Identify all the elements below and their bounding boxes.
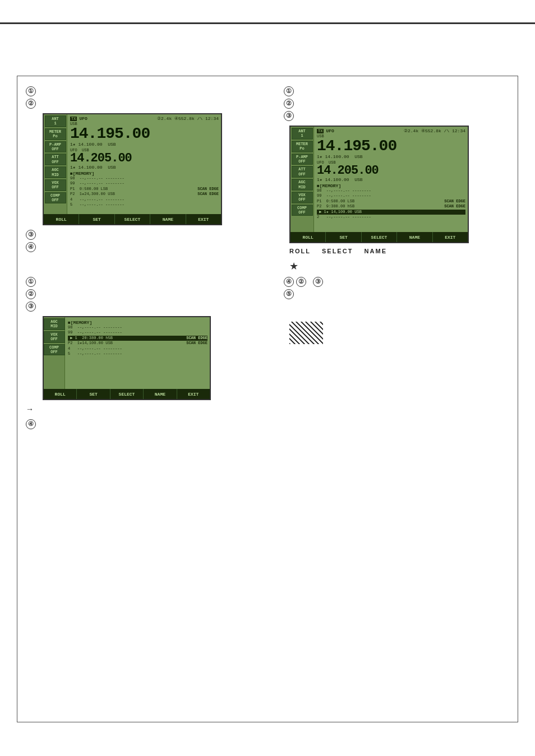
- spacer-left: [26, 254, 261, 277]
- lcd2-btn-select[interactable]: SELECT: [110, 389, 144, 399]
- lcd1-ant: ANT1: [45, 115, 66, 127]
- lcd2-ch-p1: ▶ 1 20:380.00 h5BSCAN EDGE: [68, 336, 207, 341]
- lcd3-ant: ANT1: [292, 128, 313, 140]
- arrow-icon: →: [26, 405, 34, 414]
- lcd-screen-2: AGCMID VOXOFF COMPOFF ■[MEMORY] 98 --,--…: [43, 316, 211, 400]
- lcd2-sidebar: AGCMID VOXOFF COMPOFF: [44, 317, 65, 399]
- lower-item-4: ④: [26, 419, 261, 429]
- outer-box: ① ② ANT1 METERPo P-AMPOFF ATTOFF AGCMID …: [17, 76, 518, 722]
- page-content: ① ② ANT1 METERPo P-AMPOFF ATTOFF AGCMID …: [17, 31, 518, 739]
- star-symbol: ★: [289, 261, 298, 272]
- roll-label: ROLL SELECT NAME: [289, 248, 387, 254]
- lcd2-channels: 98 --,----.-- -------- 99 --,----.-- ---…: [68, 325, 207, 357]
- lcd2-btn-exit[interactable]: EXIT: [177, 389, 210, 399]
- lcd1-memory: ■[MEMORY]: [70, 171, 219, 176]
- lcd1-ch-5: 5 --,----.-- --------: [70, 202, 219, 207]
- lcd3-btn-exit[interactable]: EXIT: [433, 232, 468, 242]
- lcd1-ch-p1: P1 0:500.00 LSBSCAN EDGE: [70, 187, 219, 192]
- lcd1-btn-exit[interactable]: EXIT: [186, 214, 221, 224]
- lcd3-ch-1: ▶ 1★ 14,100.00 USB: [317, 210, 465, 215]
- lcd3-ch-99: 99 --,----.-- --------: [317, 193, 465, 198]
- lower-circle-4: ④: [26, 419, 36, 429]
- lcd1-agc: AGCMID: [45, 166, 66, 178]
- lcd2-comp: COMPOFF: [44, 344, 65, 356]
- lower-circle-1: ①: [26, 277, 36, 287]
- lcd3-tx: TX: [317, 129, 324, 133]
- lcd1-comp: COMPOFF: [45, 192, 66, 204]
- lcd1-ch-4: 4 --,----.-- --------: [70, 197, 219, 202]
- lcd3-btn-name[interactable]: NAME: [397, 232, 432, 242]
- right-column: ① ② ③ ANT1 METERPo P-AMPOFF ATTOF: [284, 82, 519, 346]
- lcd1-vox: VOXOFF: [45, 179, 66, 191]
- right-item-1: ①: [284, 86, 519, 96]
- lcd-screen-1: ANT1 METERPo P-AMPOFF ATTOFF AGCMID VOXO…: [43, 113, 222, 225]
- lcd2-ch-5: 5 --,----.-- --------: [68, 351, 207, 356]
- lcd1-btn-name[interactable]: NAME: [150, 214, 186, 224]
- lcd3-comp: COMPOFF: [292, 205, 313, 216]
- lower-circle-2: ②: [26, 289, 36, 299]
- right-circle-4b: ②: [296, 277, 308, 287]
- hatched-area: [289, 322, 323, 344]
- circle-1: ①: [26, 86, 36, 96]
- right-item-2: ②: [284, 99, 519, 109]
- lcd3-sidebar: ANT1 METERPo P-AMPOFF ATTOFF AGCMID VOXO…: [290, 127, 314, 242]
- circle-3-left: ③: [26, 230, 36, 240]
- left-column: ① ② ANT1 METERPo P-AMPOFF ATTOFF AGCMID …: [26, 82, 261, 432]
- lcd1-meter: METERPo: [45, 128, 66, 140]
- lcd2-ch-99: 99 --,----.-- --------: [68, 330, 207, 335]
- lcd3-freq-sub: 14.205.00: [317, 165, 465, 177]
- lcd3-btn-select[interactable]: SELECT: [362, 232, 397, 242]
- right-circle-2: ②: [284, 99, 294, 109]
- lcd3-bottom-bar: ROLL SET SELECT NAME EXIT: [290, 232, 468, 242]
- lower-item-1: ①: [26, 277, 261, 287]
- lcd2-btn-name[interactable]: NAME: [144, 389, 177, 399]
- lcd2-memory: ■[MEMORY]: [68, 320, 207, 325]
- left-item-4: ④: [26, 242, 261, 252]
- arrow-note: →: [26, 405, 261, 414]
- lcd3-ch-p2: P2 9:380.00 h5BSCAN EDGE: [317, 204, 465, 209]
- right-circle-3: ③: [284, 111, 294, 121]
- lcd1-freq-main: 14.195.00: [70, 126, 219, 142]
- lcd3-sub-ref2: 1★ 14.100.00 USB: [317, 177, 465, 182]
- right-circle-5: ⑤: [284, 289, 294, 299]
- lcd1-att: ATTOFF: [45, 154, 66, 165]
- lcd1-sidebar: ANT1 METERPo P-AMPOFF ATTOFF AGCMID VOXO…: [44, 114, 67, 224]
- lcd2-ch-p2: P2 1★14,100.00 USBSCAN EDGE: [68, 341, 207, 346]
- lcd2-btn-roll[interactable]: ROLL: [44, 389, 77, 399]
- right-item-3: ③: [284, 111, 519, 121]
- right-circle-4c: ③: [313, 277, 325, 287]
- lcd3-btn-set[interactable]: SET: [326, 232, 361, 242]
- lcd1-btn-roll[interactable]: ROLL: [44, 214, 79, 224]
- lcd2-btn-set[interactable]: SET: [77, 389, 110, 399]
- lcd3-ch-2: 2 --,----.-- --------: [317, 215, 465, 220]
- lcd3-channels: 98 --,----.-- -------- 99 --,----.-- ---…: [317, 188, 465, 220]
- circle-4-left: ④: [26, 242, 36, 252]
- lcd1-channels: 98 --,----.-- -------- 99 --,----.-- ---…: [70, 176, 219, 208]
- lcd-screen-3: ANT1 METERPo P-AMPOFF ATTOFF AGCMID VOXO…: [289, 126, 469, 243]
- lcd3-main: TX UFO ②2.4k ④552.8k /\ 12:34 USB 14.195…: [315, 127, 468, 242]
- star-note: ★: [289, 260, 519, 272]
- lcd1-pamp: P-AMPOFF: [45, 141, 66, 153]
- lcd1-btn-select[interactable]: SELECT: [115, 214, 150, 224]
- right-item-4: ④ ② ③: [284, 277, 519, 287]
- lcd3-vfo: UFO: [326, 128, 334, 133]
- lcd3-meter: METERPo: [292, 141, 313, 152]
- lcd1-vfo: UFO: [79, 116, 87, 121]
- lcd1-sub-ref1: 1★ 14.100.00 USB: [70, 142, 219, 147]
- lcd2-agc: AGCMID: [44, 318, 65, 330]
- lcd1-freq-sub: 14.205.00: [70, 152, 219, 165]
- hatched-area-container: [289, 316, 519, 346]
- lcd1-main: TX UFO ②2.4k ④552.8k /\ 12:34 USB 14.195…: [68, 114, 221, 224]
- lcd2-ch-4: 4 --,----.-- --------: [68, 346, 207, 351]
- lcd1-indicators: ②2.4k ④552.8k /\ 12:34: [157, 116, 219, 121]
- top-divider: [0, 22, 535, 24]
- left-item-2: ②: [26, 99, 261, 109]
- lcd1-btn-set[interactable]: SET: [79, 214, 114, 224]
- roll-select-name-label: ROLL SELECT NAME: [289, 248, 519, 254]
- lcd3-agc: AGCMID: [292, 179, 313, 191]
- lcd3-memory: ■[MEMORY]: [317, 183, 465, 188]
- lcd2-vox: VOXOFF: [44, 331, 65, 343]
- lower-item-3: ③: [26, 302, 261, 312]
- lcd3-btn-roll[interactable]: ROLL: [290, 232, 326, 242]
- circle-2: ②: [26, 99, 36, 109]
